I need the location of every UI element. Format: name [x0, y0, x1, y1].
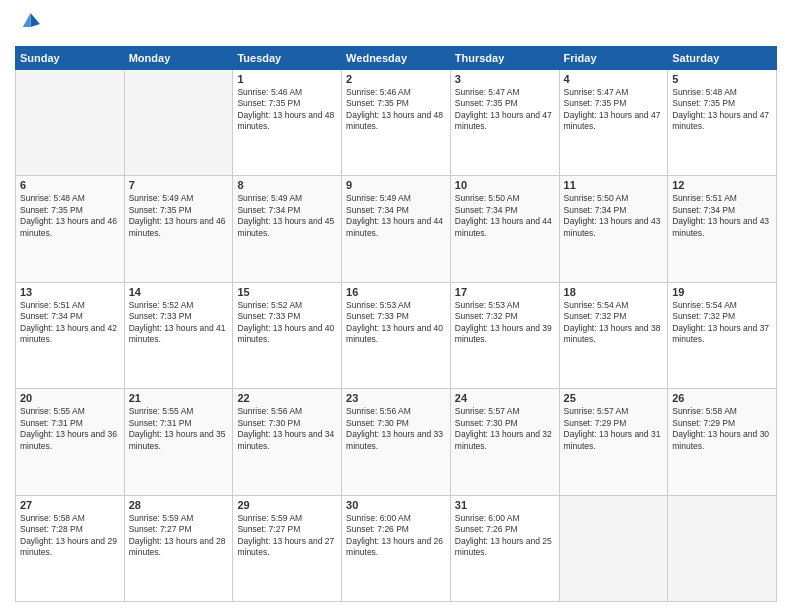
cell-content: Sunrise: 5:49 AM Sunset: 7:35 PM Dayligh… [129, 193, 229, 239]
day-number: 13 [20, 286, 120, 298]
cell-content: Sunrise: 5:53 AM Sunset: 7:32 PM Dayligh… [455, 300, 555, 346]
calendar-cell: 6Sunrise: 5:48 AM Sunset: 7:35 PM Daylig… [16, 176, 125, 282]
calendar-cell: 18Sunrise: 5:54 AM Sunset: 7:32 PM Dayli… [559, 282, 668, 388]
day-number: 16 [346, 286, 446, 298]
day-number: 2 [346, 73, 446, 85]
day-number: 3 [455, 73, 555, 85]
cell-content: Sunrise: 5:57 AM Sunset: 7:30 PM Dayligh… [455, 406, 555, 452]
cell-content: Sunrise: 5:55 AM Sunset: 7:31 PM Dayligh… [20, 406, 120, 452]
day-number: 12 [672, 179, 772, 191]
cell-content: Sunrise: 5:48 AM Sunset: 7:35 PM Dayligh… [672, 87, 772, 133]
day-number: 27 [20, 499, 120, 511]
weekday-header: Friday [559, 47, 668, 70]
weekday-header: Saturday [668, 47, 777, 70]
calendar-cell: 19Sunrise: 5:54 AM Sunset: 7:32 PM Dayli… [668, 282, 777, 388]
calendar-cell: 17Sunrise: 5:53 AM Sunset: 7:32 PM Dayli… [450, 282, 559, 388]
day-number: 21 [129, 392, 229, 404]
calendar-cell: 23Sunrise: 5:56 AM Sunset: 7:30 PM Dayli… [342, 389, 451, 495]
calendar-cell: 24Sunrise: 5:57 AM Sunset: 7:30 PM Dayli… [450, 389, 559, 495]
cell-content: Sunrise: 5:49 AM Sunset: 7:34 PM Dayligh… [237, 193, 337, 239]
day-number: 6 [20, 179, 120, 191]
page: SundayMondayTuesdayWednesdayThursdayFrid… [0, 0, 792, 612]
svg-marker-0 [31, 13, 40, 27]
cell-content: Sunrise: 5:58 AM Sunset: 7:29 PM Dayligh… [672, 406, 772, 452]
calendar-cell: 28Sunrise: 5:59 AM Sunset: 7:27 PM Dayli… [124, 495, 233, 601]
cell-content: Sunrise: 5:52 AM Sunset: 7:33 PM Dayligh… [237, 300, 337, 346]
calendar-week-row: 13Sunrise: 5:51 AM Sunset: 7:34 PM Dayli… [16, 282, 777, 388]
cell-content: Sunrise: 5:50 AM Sunset: 7:34 PM Dayligh… [564, 193, 664, 239]
calendar-cell: 26Sunrise: 5:58 AM Sunset: 7:29 PM Dayli… [668, 389, 777, 495]
day-number: 9 [346, 179, 446, 191]
cell-content: Sunrise: 6:00 AM Sunset: 7:26 PM Dayligh… [455, 513, 555, 559]
cell-content: Sunrise: 5:59 AM Sunset: 7:27 PM Dayligh… [129, 513, 229, 559]
calendar-cell [668, 495, 777, 601]
calendar-cell: 5Sunrise: 5:48 AM Sunset: 7:35 PM Daylig… [668, 70, 777, 176]
cell-content: Sunrise: 5:52 AM Sunset: 7:33 PM Dayligh… [129, 300, 229, 346]
calendar-cell: 10Sunrise: 5:50 AM Sunset: 7:34 PM Dayli… [450, 176, 559, 282]
cell-content: Sunrise: 5:53 AM Sunset: 7:33 PM Dayligh… [346, 300, 446, 346]
calendar-cell [559, 495, 668, 601]
weekday-header: Monday [124, 47, 233, 70]
cell-content: Sunrise: 5:57 AM Sunset: 7:29 PM Dayligh… [564, 406, 664, 452]
cell-content: Sunrise: 5:48 AM Sunset: 7:35 PM Dayligh… [20, 193, 120, 239]
calendar-cell: 21Sunrise: 5:55 AM Sunset: 7:31 PM Dayli… [124, 389, 233, 495]
weekday-header: Wednesday [342, 47, 451, 70]
day-number: 18 [564, 286, 664, 298]
cell-content: Sunrise: 5:58 AM Sunset: 7:28 PM Dayligh… [20, 513, 120, 559]
calendar-cell: 31Sunrise: 6:00 AM Sunset: 7:26 PM Dayli… [450, 495, 559, 601]
cell-content: Sunrise: 5:56 AM Sunset: 7:30 PM Dayligh… [237, 406, 337, 452]
logo [15, 10, 47, 38]
header-row: SundayMondayTuesdayWednesdayThursdayFrid… [16, 47, 777, 70]
calendar-cell: 25Sunrise: 5:57 AM Sunset: 7:29 PM Dayli… [559, 389, 668, 495]
cell-content: Sunrise: 5:49 AM Sunset: 7:34 PM Dayligh… [346, 193, 446, 239]
cell-content: Sunrise: 5:59 AM Sunset: 7:27 PM Dayligh… [237, 513, 337, 559]
cell-content: Sunrise: 5:51 AM Sunset: 7:34 PM Dayligh… [20, 300, 120, 346]
calendar-cell: 9Sunrise: 5:49 AM Sunset: 7:34 PM Daylig… [342, 176, 451, 282]
calendar-cell: 15Sunrise: 5:52 AM Sunset: 7:33 PM Dayli… [233, 282, 342, 388]
day-number: 5 [672, 73, 772, 85]
calendar-cell: 13Sunrise: 5:51 AM Sunset: 7:34 PM Dayli… [16, 282, 125, 388]
calendar-cell: 16Sunrise: 5:53 AM Sunset: 7:33 PM Dayli… [342, 282, 451, 388]
calendar-cell: 4Sunrise: 5:47 AM Sunset: 7:35 PM Daylig… [559, 70, 668, 176]
calendar-cell: 8Sunrise: 5:49 AM Sunset: 7:34 PM Daylig… [233, 176, 342, 282]
calendar-week-row: 27Sunrise: 5:58 AM Sunset: 7:28 PM Dayli… [16, 495, 777, 601]
cell-content: Sunrise: 5:55 AM Sunset: 7:31 PM Dayligh… [129, 406, 229, 452]
day-number: 10 [455, 179, 555, 191]
calendar-table: SundayMondayTuesdayWednesdayThursdayFrid… [15, 46, 777, 602]
cell-content: Sunrise: 5:54 AM Sunset: 7:32 PM Dayligh… [672, 300, 772, 346]
cell-content: Sunrise: 5:46 AM Sunset: 7:35 PM Dayligh… [346, 87, 446, 133]
day-number: 25 [564, 392, 664, 404]
calendar-cell: 27Sunrise: 5:58 AM Sunset: 7:28 PM Dayli… [16, 495, 125, 601]
day-number: 23 [346, 392, 446, 404]
day-number: 1 [237, 73, 337, 85]
weekday-header: Sunday [16, 47, 125, 70]
day-number: 4 [564, 73, 664, 85]
weekday-header: Tuesday [233, 47, 342, 70]
day-number: 22 [237, 392, 337, 404]
calendar-cell: 30Sunrise: 6:00 AM Sunset: 7:26 PM Dayli… [342, 495, 451, 601]
day-number: 14 [129, 286, 229, 298]
calendar-cell: 7Sunrise: 5:49 AM Sunset: 7:35 PM Daylig… [124, 176, 233, 282]
day-number: 28 [129, 499, 229, 511]
day-number: 7 [129, 179, 229, 191]
weekday-header: Thursday [450, 47, 559, 70]
day-number: 26 [672, 392, 772, 404]
day-number: 17 [455, 286, 555, 298]
day-number: 11 [564, 179, 664, 191]
calendar-cell [16, 70, 125, 176]
cell-content: Sunrise: 5:46 AM Sunset: 7:35 PM Dayligh… [237, 87, 337, 133]
cell-content: Sunrise: 6:00 AM Sunset: 7:26 PM Dayligh… [346, 513, 446, 559]
calendar-week-row: 1Sunrise: 5:46 AM Sunset: 7:35 PM Daylig… [16, 70, 777, 176]
cell-content: Sunrise: 5:56 AM Sunset: 7:30 PM Dayligh… [346, 406, 446, 452]
calendar-cell: 2Sunrise: 5:46 AM Sunset: 7:35 PM Daylig… [342, 70, 451, 176]
day-number: 8 [237, 179, 337, 191]
day-number: 29 [237, 499, 337, 511]
day-number: 19 [672, 286, 772, 298]
cell-content: Sunrise: 5:54 AM Sunset: 7:32 PM Dayligh… [564, 300, 664, 346]
calendar-week-row: 20Sunrise: 5:55 AM Sunset: 7:31 PM Dayli… [16, 389, 777, 495]
calendar-cell: 3Sunrise: 5:47 AM Sunset: 7:35 PM Daylig… [450, 70, 559, 176]
calendar-week-row: 6Sunrise: 5:48 AM Sunset: 7:35 PM Daylig… [16, 176, 777, 282]
cell-content: Sunrise: 5:50 AM Sunset: 7:34 PM Dayligh… [455, 193, 555, 239]
day-number: 30 [346, 499, 446, 511]
calendar-cell: 20Sunrise: 5:55 AM Sunset: 7:31 PM Dayli… [16, 389, 125, 495]
